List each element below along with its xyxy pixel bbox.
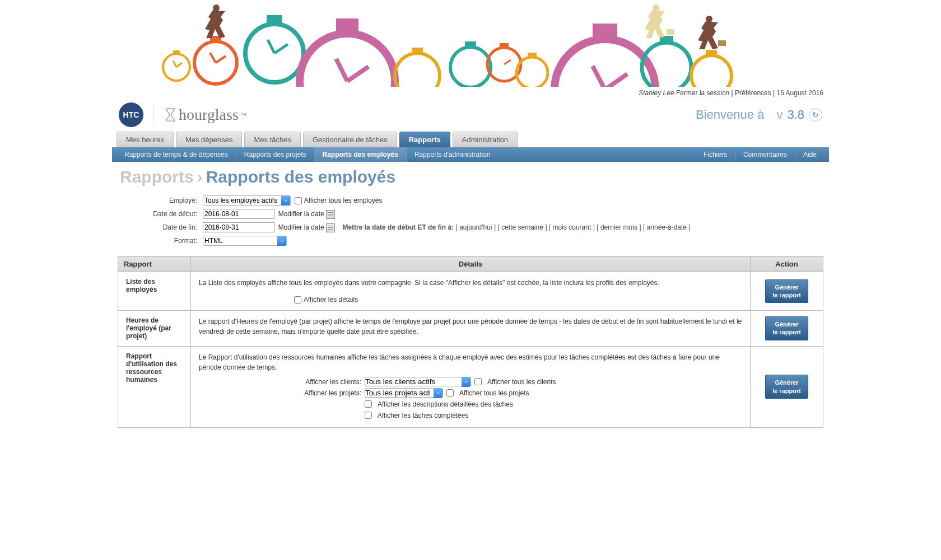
- show-all-projects-checkbox[interactable]: [446, 389, 454, 396]
- tab-gestionnaire[interactable]: Gestionnaire de tâches: [303, 132, 397, 147]
- show-completed-checkbox[interactable]: [365, 412, 372, 419]
- employee-select[interactable]: Tous les employés actifs: [203, 195, 291, 206]
- subnav-administration[interactable]: Rapports d'administration: [407, 147, 499, 162]
- logout-link[interactable]: Fermer la session: [676, 89, 729, 97]
- sub-nav: Rapports de temps & de dépenses Rapports…: [112, 147, 829, 162]
- quick-month[interactable]: mois courant: [553, 223, 591, 231]
- calendar-icon[interactable]: [326, 210, 335, 219]
- filter-panel: Employé: Tous les employés actifs Affich…: [112, 191, 829, 256]
- quick-ytd[interactable]: année-à-date: [647, 223, 687, 231]
- logo-row: HTC hourglass™ Bienvenue à v3.8 ↻: [112, 99, 829, 132]
- col-details: Détails: [191, 256, 751, 272]
- svg-rect-21: [465, 41, 476, 47]
- subnav-commentaires[interactable]: Commentaires: [735, 147, 795, 162]
- refresh-icon[interactable]: ↻: [809, 108, 822, 122]
- user-bar: Stanley Lee Fermer la session | Préféren…: [112, 87, 829, 99]
- svg-rect-29: [593, 24, 617, 37]
- svg-rect-15: [336, 18, 358, 31]
- generate-button[interactable]: Générer le rapport: [765, 279, 808, 304]
- current-date: 16 August 2016: [777, 89, 823, 97]
- quick-week[interactable]: cette semaine: [501, 223, 543, 231]
- table-row: Liste des employés La Liste des employés…: [118, 272, 823, 311]
- modify-end-date[interactable]: Modifier la date: [278, 223, 324, 231]
- hourglass-icon: [164, 108, 176, 122]
- report-desc: Le rapport d'Heures de l'employé (par pr…: [199, 316, 742, 337]
- subnav-aide[interactable]: Aide: [795, 147, 824, 162]
- format-label: Format:: [121, 235, 199, 247]
- tab-mes-heures[interactable]: Mes heures: [117, 132, 174, 147]
- svg-line-2: [176, 63, 182, 67]
- svg-rect-38: [667, 29, 674, 35]
- show-all-employees-checkbox[interactable]: [295, 197, 302, 204]
- svg-rect-19: [412, 48, 423, 53]
- tab-mes-taches[interactable]: Mes tâches: [244, 132, 300, 147]
- quick-lastmonth[interactable]: dernier mois: [600, 223, 637, 231]
- svg-point-25: [516, 57, 548, 87]
- svg-point-36: [213, 4, 220, 11]
- svg-line-3: [173, 60, 176, 67]
- start-date-input[interactable]: [203, 209, 274, 219]
- employee-label: Employé:: [121, 194, 199, 207]
- report-name: Liste des employés: [118, 272, 191, 311]
- show-details-checkbox[interactable]: [294, 296, 301, 304]
- report-name: Rapport d'utilisation des ressources hum…: [118, 346, 191, 427]
- table-row: Heures de l'employé (par projet) Le rapp…: [118, 311, 823, 347]
- preferences-link[interactable]: Préférences: [735, 89, 771, 97]
- username: Stanley Lee: [639, 89, 674, 97]
- breadcrumb-current: Rapports des employés: [206, 167, 395, 186]
- svg-rect-40: [718, 40, 726, 46]
- svg-line-7: [210, 53, 216, 63]
- svg-line-24: [504, 60, 511, 64]
- end-date-label: Date de fin:: [121, 221, 199, 234]
- format-select[interactable]: HTML: [203, 236, 287, 246]
- quick-dates: Mettre la date de début ET de fin à: [ a…: [341, 223, 691, 231]
- tab-rapports[interactable]: Rapports: [399, 132, 450, 147]
- projects-select[interactable]: Tous les projets actifs: [365, 388, 443, 398]
- show-all-clients-checkbox[interactable]: [474, 378, 482, 385]
- svg-point-34: [691, 55, 732, 87]
- svg-point-18: [395, 53, 440, 87]
- svg-rect-23: [500, 43, 509, 48]
- table-row: Rapport d'utilisation des ressources hum…: [118, 346, 823, 427]
- report-name: Heures de l'employé (par projet): [118, 311, 191, 347]
- subnav-employes[interactable]: Rapports des employés: [315, 147, 407, 162]
- svg-point-37: [653, 4, 659, 11]
- breadcrumb: Rapports›Rapports des employés: [112, 162, 829, 191]
- show-all-employees-label: Afficher tous les employés: [304, 197, 383, 204]
- generate-button[interactable]: Générer le rapport: [765, 375, 808, 399]
- svg-rect-10: [267, 15, 282, 23]
- svg-point-39: [706, 16, 712, 22]
- clients-select[interactable]: Tous les clients actifs: [365, 377, 471, 386]
- quick-today[interactable]: aujourd'hui: [459, 223, 492, 231]
- report-desc: Le Rapport d'utilisation des ressources …: [199, 352, 742, 372]
- calendar-icon[interactable]: [326, 223, 335, 232]
- svg-point-20: [450, 47, 491, 87]
- svg-rect-1: [173, 50, 180, 55]
- svg-rect-35: [706, 50, 717, 55]
- col-rapport: Rapport: [118, 256, 191, 272]
- tab-mes-depenses[interactable]: Mes dépenses: [176, 132, 243, 147]
- subnav-temps-depenses[interactable]: Rapports de temps & de dépenses: [117, 147, 236, 162]
- subnav-projets[interactable]: Rapports des projets: [236, 147, 315, 162]
- decorative-banner: [112, 0, 829, 87]
- welcome-version: Bienvenue à v3.8 ↻: [696, 108, 822, 122]
- end-date-input[interactable]: [203, 222, 274, 232]
- svg-point-28: [563, 48, 646, 87]
- svg-rect-26: [528, 53, 537, 57]
- htc-badge: HTC: [119, 102, 143, 127]
- breadcrumb-root: Rapports: [120, 167, 194, 186]
- show-task-desc-checkbox[interactable]: [365, 400, 372, 408]
- col-action: Action: [751, 256, 823, 272]
- report-desc: La Liste des employés affiche tous les e…: [199, 278, 742, 288]
- modify-start-date[interactable]: Modifier la date: [278, 210, 324, 218]
- svg-line-6: [216, 56, 226, 63]
- generate-button[interactable]: Générer le rapport: [765, 316, 808, 340]
- main-tabs: Mes heures Mes dépenses Mes tâches Gesti…: [112, 132, 829, 147]
- subnav-fichiers[interactable]: Fichiers: [696, 147, 735, 162]
- start-date-label: Date de début:: [121, 208, 199, 220]
- tab-administration[interactable]: Administration: [453, 132, 518, 147]
- brand-logo: hourglass™: [164, 106, 246, 124]
- reports-table: Rapport Détails Action Liste des employé…: [118, 256, 823, 428]
